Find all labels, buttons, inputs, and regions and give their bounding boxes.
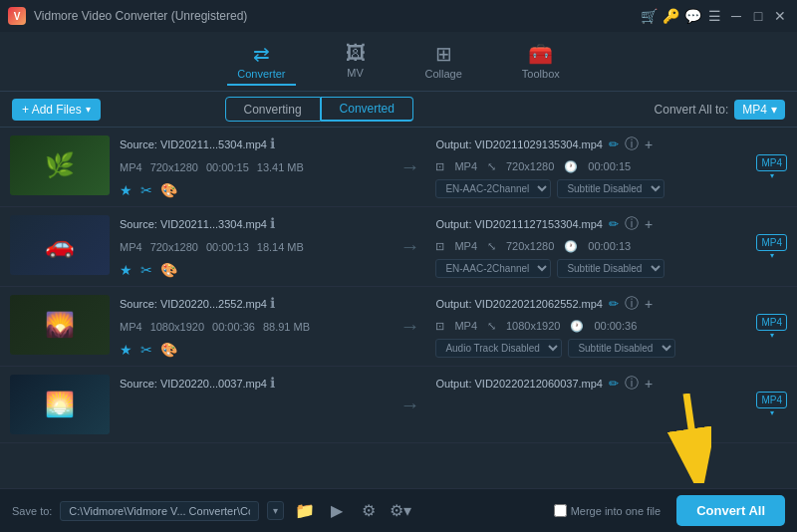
output-selects-2: EN-AAC-2Channel Subtitle Disabled bbox=[435, 259, 750, 278]
file-resolution-3: 1080x1920 bbox=[150, 321, 204, 333]
output-format-badge-icon-3: ⊡ bbox=[435, 320, 444, 333]
output-info-3: Output: VID20220212062552.mp4 ✏ ⓘ + ⊡ MP… bbox=[427, 295, 750, 358]
extra-icon-button[interactable]: ⚙▾ bbox=[388, 498, 413, 524]
info-icon-3[interactable]: ℹ bbox=[270, 295, 275, 311]
info-icon-4[interactable]: ℹ bbox=[270, 375, 275, 391]
format-badge-1[interactable]: MP4 bbox=[756, 154, 787, 171]
tab-converted[interactable]: Converted bbox=[321, 97, 413, 122]
output-plus-icon-3[interactable]: + bbox=[645, 296, 653, 312]
format-badge-2[interactable]: MP4 bbox=[756, 234, 787, 251]
format-select[interactable]: MP4 ▾ bbox=[734, 100, 785, 120]
format-badge-3[interactable]: MP4 bbox=[756, 314, 787, 331]
yellow-arrow-icon bbox=[662, 394, 711, 483]
arrow-right-2: → bbox=[392, 215, 427, 278]
output-plus-icon-1[interactable]: + bbox=[645, 136, 653, 152]
arrow-right-1: → bbox=[392, 135, 427, 198]
cart-icon[interactable]: 🛒 bbox=[640, 7, 658, 25]
file-info-3: Source: VID20220...2552.mp4 ℹ MP4 1080x1… bbox=[110, 295, 392, 358]
settings-icon-button[interactable]: ⚙ bbox=[356, 498, 382, 524]
nav-converter-label: Converter bbox=[237, 68, 285, 80]
palette-action-3[interactable]: 🎨 bbox=[160, 342, 177, 358]
nav-toolbox-label: Toolbox bbox=[522, 68, 560, 80]
audio-select-3[interactable]: Audio Track Disabled bbox=[435, 339, 562, 358]
file-item-1: 🌿 Source: VID20211...5304.mp4 ℹ MP4 720x… bbox=[0, 128, 797, 207]
file-duration-2: 00:00:13 bbox=[206, 241, 249, 253]
palette-action-1[interactable]: 🎨 bbox=[160, 182, 177, 198]
palette-action-2[interactable]: 🎨 bbox=[160, 262, 177, 278]
folder-icon-button[interactable]: 📁 bbox=[292, 498, 318, 524]
minimize-button[interactable]: ─ bbox=[727, 7, 745, 25]
format-badge-arrow-1[interactable]: ▾ bbox=[770, 171, 774, 180]
save-path-input[interactable] bbox=[60, 501, 259, 521]
output-plus-icon-4[interactable]: + bbox=[645, 376, 653, 392]
file-meta-2: MP4 720x1280 00:00:13 18.14 MB bbox=[120, 241, 382, 253]
output-format-badge-icon-2: ⊡ bbox=[435, 240, 444, 253]
scissors-action-3[interactable]: ✂ bbox=[140, 342, 152, 358]
nav-converter[interactable]: ⇄ Converter bbox=[227, 38, 295, 86]
output-info-icon-4[interactable]: ⓘ bbox=[625, 375, 639, 393]
key-icon[interactable]: 🔑 bbox=[662, 7, 679, 25]
output-name-1: Output: VID20211029135304.mp4 bbox=[435, 138, 603, 150]
output-info-icon-2[interactable]: ⓘ bbox=[625, 215, 639, 233]
format-badge-4[interactable]: MP4 bbox=[756, 392, 787, 408]
nav-mv[interactable]: 🖼 MV bbox=[336, 38, 376, 85]
file-thumbnail-1: 🌿 bbox=[10, 135, 110, 195]
output-duration-3: 00:00:36 bbox=[594, 320, 637, 332]
format-badge-group-1: MP4 ▾ bbox=[750, 135, 787, 198]
audio-select-1[interactable]: EN-AAC-2Channel bbox=[435, 179, 551, 198]
star-action-1[interactable]: ★ bbox=[120, 182, 133, 198]
tab-group: Converting Converted bbox=[225, 97, 413, 122]
path-dropdown-button[interactable]: ▾ bbox=[267, 501, 284, 520]
nav-toolbox[interactable]: 🧰 Toolbox bbox=[512, 38, 570, 86]
edit-icon-1[interactable]: ✏ bbox=[609, 137, 619, 151]
output-name-3: Output: VID20220212062552.mp4 bbox=[435, 298, 603, 310]
scissors-action-1[interactable]: ✂ bbox=[140, 182, 152, 198]
output-clock-icon-2: 🕐 bbox=[564, 240, 578, 253]
maximize-button[interactable]: □ bbox=[749, 7, 767, 25]
close-button[interactable]: ✕ bbox=[771, 7, 789, 25]
star-action-2[interactable]: ★ bbox=[120, 262, 133, 278]
info-icon-1[interactable]: ℹ bbox=[270, 135, 275, 151]
scissors-action-2[interactable]: ✂ bbox=[140, 262, 152, 278]
menu-icon[interactable]: ☰ bbox=[705, 7, 723, 25]
play-icon-button[interactable]: ▶ bbox=[324, 498, 350, 524]
file-info-1: Source: VID20211...5304.mp4 ℹ MP4 720x12… bbox=[110, 135, 392, 198]
save-to-label: Save to: bbox=[12, 505, 52, 517]
convert-all-button[interactable]: Convert All bbox=[676, 495, 785, 526]
file-size-2: 18.14 MB bbox=[257, 241, 304, 253]
edit-icon-2[interactable]: ✏ bbox=[609, 217, 619, 231]
star-action-3[interactable]: ★ bbox=[120, 342, 133, 358]
output-info-icon-1[interactable]: ⓘ bbox=[625, 135, 639, 153]
add-files-label: + Add Files bbox=[22, 103, 82, 117]
file-actions-1: ★ ✂ 🎨 bbox=[120, 182, 382, 198]
info-icon-2[interactable]: ℹ bbox=[270, 215, 275, 231]
nav-collage[interactable]: ⊞ Collage bbox=[415, 38, 472, 86]
mv-icon: 🖼 bbox=[346, 42, 366, 65]
subtitle-select-2[interactable]: Subtitle Disabled bbox=[557, 259, 664, 278]
chat-icon[interactable]: 💬 bbox=[683, 7, 701, 25]
edit-icon-3[interactable]: ✏ bbox=[609, 297, 619, 311]
edit-icon-4[interactable]: ✏ bbox=[609, 377, 619, 391]
bottombar: Save to: ▾ 📁 ▶ ⚙ ⚙▾ Merge into one file … bbox=[0, 488, 797, 532]
format-badge-arrow-4[interactable]: ▾ bbox=[770, 408, 774, 417]
file-format-2: MP4 bbox=[120, 241, 142, 253]
output-top-3: Output: VID20220212062552.mp4 ✏ ⓘ + bbox=[435, 295, 750, 313]
file-source-2: Source: VID20211...3304.mp4 ℹ bbox=[120, 215, 382, 231]
format-badge-arrow-2[interactable]: ▾ bbox=[770, 251, 774, 260]
output-format-3: MP4 bbox=[454, 320, 477, 332]
file-source-name-3: Source: VID20220...2552.mp4 bbox=[120, 298, 267, 310]
subtitle-select-1[interactable]: Subtitle Disabled bbox=[557, 179, 664, 198]
merge-checkbox[interactable] bbox=[554, 504, 567, 517]
audio-select-2[interactable]: EN-AAC-2Channel bbox=[435, 259, 551, 278]
file-source-name-2: Source: VID20211...3304.mp4 bbox=[120, 218, 267, 230]
output-plus-icon-2[interactable]: + bbox=[645, 216, 653, 232]
tab-converting[interactable]: Converting bbox=[225, 97, 321, 122]
subtitle-select-3[interactable]: Subtitle Disabled bbox=[568, 339, 675, 358]
converter-icon: ⇄ bbox=[253, 42, 270, 66]
arrow-right-4: → bbox=[392, 375, 427, 434]
file-meta-1: MP4 720x1280 00:00:15 13.41 MB bbox=[120, 161, 382, 173]
format-badge-arrow-3[interactable]: ▾ bbox=[770, 331, 774, 340]
add-files-button[interactable]: + Add Files ▾ bbox=[12, 99, 101, 121]
output-info-icon-3[interactable]: ⓘ bbox=[625, 295, 639, 313]
file-thumbnail-4: 🌅 bbox=[10, 375, 110, 434]
